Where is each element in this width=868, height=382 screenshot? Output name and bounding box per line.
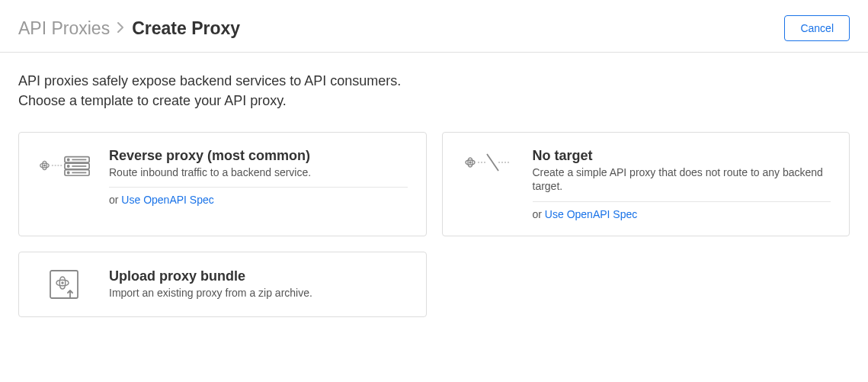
card-body: No target Create a simple API proxy that…	[533, 148, 831, 220]
breadcrumb-parent[interactable]: API Proxies	[18, 18, 110, 39]
chevron-right-icon	[117, 21, 124, 37]
card-no-target[interactable]: No target Create a simple API proxy that…	[442, 132, 850, 236]
card-reverse-proxy[interactable]: Reverse proxy (most common) Route inboun…	[18, 132, 427, 236]
svg-point-16	[62, 282, 63, 284]
divider	[109, 187, 408, 188]
card-title: No target	[533, 148, 831, 164]
upload-bundle-icon	[37, 268, 91, 301]
svg-line-13	[487, 154, 498, 171]
card-desc: Import an existing proxy from a zip arch…	[109, 286, 408, 300]
svg-point-7	[68, 172, 69, 174]
divider	[533, 201, 831, 202]
svg-point-5	[68, 159, 69, 160]
or-label: or	[109, 194, 118, 206]
page-title: Create Proxy	[132, 18, 240, 39]
card-title: Reverse proxy (most common)	[109, 148, 408, 164]
svg-rect-15	[50, 271, 78, 298]
card-upload-bundle[interactable]: Upload proxy bundle Import an existing p…	[18, 252, 427, 317]
card-footer: or Use OpenAPI Spec	[533, 208, 831, 220]
reverse-proxy-icon	[37, 148, 91, 180]
svg-point-6	[68, 165, 69, 167]
card-desc: Route inbound traffic to a backend servi…	[109, 165, 408, 179]
intro-text: API proxies safely expose backend servic…	[18, 71, 850, 111]
card-body: Upload proxy bundle Import an existing p…	[109, 268, 408, 300]
card-title: Upload proxy bundle	[109, 268, 408, 284]
card-body: Reverse proxy (most common) Route inboun…	[109, 148, 408, 206]
card-footer: or Use OpenAPI Spec	[109, 194, 408, 206]
no-target-icon	[461, 148, 514, 174]
cancel-button[interactable]: Cancel	[784, 15, 850, 41]
use-openapi-link[interactable]: Use OpenAPI Spec	[545, 208, 637, 220]
intro-line2: Choose a template to create your API pro…	[18, 91, 850, 111]
breadcrumb: API Proxies Create Proxy	[18, 18, 240, 39]
svg-point-11	[469, 162, 471, 163]
template-cards: Reverse proxy (most common) Route inboun…	[18, 132, 850, 316]
page-content: API proxies safely expose backend servic…	[0, 53, 868, 335]
svg-point-0	[44, 165, 46, 166]
or-label: or	[533, 208, 542, 220]
page-header: API Proxies Create Proxy Cancel	[0, 0, 868, 53]
intro-line1: API proxies safely expose backend servic…	[18, 71, 850, 91]
use-openapi-link[interactable]: Use OpenAPI Spec	[121, 194, 213, 206]
card-desc: Create a simple API proxy that does not …	[533, 165, 831, 193]
